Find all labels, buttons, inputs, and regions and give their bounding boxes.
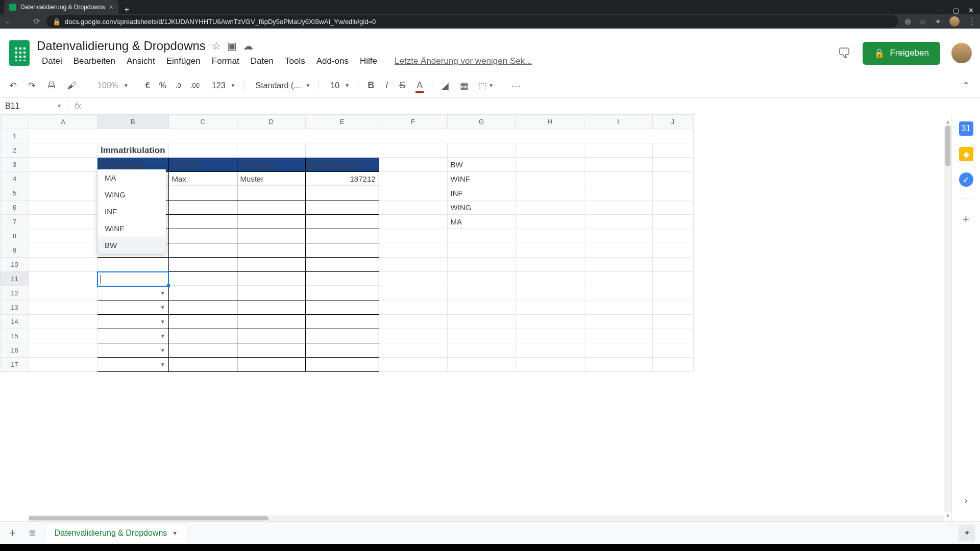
cell[interactable] [447, 243, 516, 258]
row-header[interactable]: 10 [1, 258, 29, 272]
cell[interactable] [305, 315, 379, 329]
text-color-button[interactable]: A [412, 77, 427, 94]
dropdown-option[interactable]: BW [97, 237, 166, 254]
cell[interactable] [584, 258, 652, 272]
font-dropdown[interactable]: Standard (... ▼ [250, 79, 314, 92]
cell[interactable] [584, 158, 652, 172]
cell[interactable] [652, 258, 693, 272]
scroll-down-icon[interactable]: ▼ [944, 512, 951, 519]
cell[interactable] [29, 201, 97, 215]
cell[interactable]: WINF [447, 172, 516, 186]
cell[interactable] [29, 272, 97, 286]
menu-format[interactable]: Format [207, 55, 244, 67]
cell[interactable] [29, 215, 97, 229]
cell[interactable] [168, 286, 237, 300]
cell[interactable] [379, 286, 447, 300]
cell[interactable]: Max [168, 172, 237, 186]
cell[interactable] [29, 300, 97, 315]
row-header[interactable]: 9 [1, 243, 29, 258]
account-avatar[interactable] [951, 43, 972, 63]
cell[interactable] [29, 158, 97, 172]
cell[interactable] [379, 158, 447, 172]
cell[interactable] [379, 315, 447, 329]
menu-file[interactable]: Datei [37, 55, 67, 67]
cell[interactable] [447, 143, 516, 158]
cell[interactable] [379, 143, 447, 158]
cell[interactable] [305, 286, 379, 300]
cell[interactable] [237, 286, 305, 300]
cell[interactable] [652, 315, 693, 329]
cell[interactable] [584, 358, 652, 372]
cell[interactable] [168, 258, 237, 272]
menu-help[interactable]: Hilfe [355, 55, 382, 67]
cell[interactable] [652, 186, 693, 201]
cell[interactable] [652, 172, 693, 186]
cell[interactable] [379, 343, 447, 358]
cell[interactable] [447, 343, 516, 358]
explore-button[interactable]: ✦ [959, 525, 975, 541]
sheet-tab[interactable]: Datenvalidierung & Dropdowns ▼ [45, 523, 187, 543]
number-format-dropdown[interactable]: 123 ▼ [206, 79, 239, 92]
cell[interactable] [379, 186, 447, 201]
menu-view[interactable]: Ansicht [121, 55, 160, 67]
percent-button[interactable]: % [156, 81, 169, 90]
add-sheet-button[interactable]: + [5, 524, 20, 542]
row-header[interactable]: 6 [1, 201, 29, 215]
row-header[interactable]: 14 [1, 315, 29, 329]
cell[interactable] [168, 329, 237, 343]
cell[interactable] [237, 258, 305, 272]
bookmark-icon[interactable]: ☆ [919, 17, 926, 27]
cell[interactable] [237, 143, 305, 158]
last-edit-link[interactable]: Letzte Änderung vor wenigen Sek... [389, 55, 537, 67]
row-header[interactable]: 17 [1, 358, 29, 372]
cell[interactable] [29, 243, 97, 258]
cell[interactable]: WING [447, 201, 516, 215]
row-header[interactable]: 15 [1, 329, 29, 343]
print-button[interactable]: 🖶 [43, 77, 60, 94]
more-toolbar-button[interactable]: ⋯ [507, 77, 525, 94]
cell[interactable]: MA [447, 215, 516, 229]
cell[interactable] [168, 229, 237, 243]
row-header[interactable]: 8 [1, 229, 29, 243]
cell[interactable] [516, 243, 584, 258]
cell[interactable] [379, 201, 447, 215]
dropdown-option[interactable]: WINF [97, 220, 166, 237]
scrollbar-thumb[interactable] [945, 126, 950, 166]
url-field[interactable]: 🔒 docs.google.com/spreadsheets/d/1JKUDAN… [46, 15, 898, 28]
keep-icon[interactable]: ◆ [959, 147, 973, 161]
cloud-status-icon[interactable]: ☁ [243, 40, 253, 52]
cell[interactable] [305, 215, 379, 229]
cell[interactable] [379, 215, 447, 229]
cell[interactable] [237, 272, 305, 286]
cell[interactable] [168, 243, 237, 258]
cell[interactable] [29, 229, 97, 243]
cell[interactable] [584, 215, 652, 229]
dropdown-option[interactable]: WING [97, 186, 166, 203]
row-header[interactable]: 2 [1, 143, 29, 158]
sheets-logo[interactable] [6, 35, 33, 71]
calendar-icon[interactable]: 31 [959, 121, 973, 136]
cell[interactable] [305, 229, 379, 243]
cell[interactable] [652, 201, 693, 215]
col-header-C[interactable]: C [168, 115, 237, 129]
cell[interactable]: 187212 [305, 172, 379, 186]
cell[interactable] [516, 143, 584, 158]
cell[interactable] [652, 215, 693, 229]
cell[interactable] [29, 343, 97, 358]
row-header[interactable]: 4 [1, 172, 29, 186]
cell-dropdown[interactable]: ▼ [97, 286, 169, 300]
cell[interactable] [237, 201, 305, 215]
cell[interactable] [516, 272, 584, 286]
profile-avatar[interactable] [949, 16, 960, 27]
cell[interactable] [584, 315, 652, 329]
window-close-icon[interactable]: ✕ [968, 7, 974, 14]
undo-button[interactable]: ↶ [5, 77, 21, 94]
tasks-icon[interactable]: ✓ [959, 172, 973, 187]
cell[interactable] [652, 229, 693, 243]
dropdown-caret-icon[interactable]: ▼ [160, 347, 165, 353]
window-minimize-icon[interactable]: — [937, 7, 944, 14]
cell[interactable] [652, 358, 693, 372]
collapse-toolbar-icon[interactable]: ⌃ [957, 77, 975, 94]
cell[interactable] [29, 186, 97, 201]
all-sheets-button[interactable]: ≡ [25, 524, 40, 542]
